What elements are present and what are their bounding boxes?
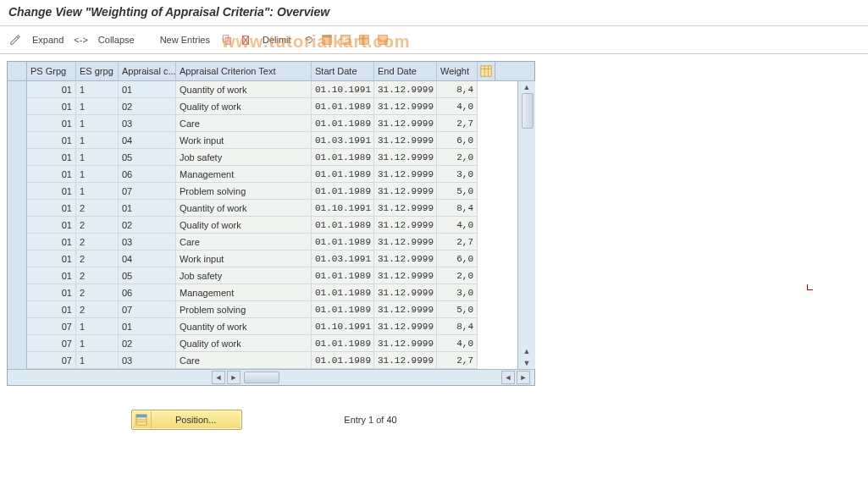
expand-button[interactable]: Expand <box>27 35 69 45</box>
cell-text[interactable]: Care <box>176 352 312 369</box>
hscroll-right2-icon[interactable]: ► <box>517 371 530 384</box>
cell-end[interactable]: 31.12.9999 <box>374 81 437 98</box>
scroll-down-icon[interactable]: ▼ <box>521 357 533 369</box>
cell-weight[interactable]: 4,0 <box>437 98 478 115</box>
cell-ac[interactable]: 03 <box>119 115 176 132</box>
cell-text[interactable]: Job safety <box>176 149 312 166</box>
cell-ac[interactable]: 05 <box>119 267 176 284</box>
cell-es[interactable]: 1 <box>76 183 119 200</box>
cell-ac[interactable]: 07 <box>119 301 176 318</box>
cell-start[interactable]: 01.01.1989 <box>312 115 374 132</box>
cell-es[interactable]: 2 <box>76 200 119 217</box>
cell-start[interactable]: 01.01.1989 <box>312 217 374 234</box>
cell-end[interactable]: 31.12.9999 <box>374 200 437 217</box>
cell-weight[interactable]: 3,0 <box>437 166 478 183</box>
cell-ac[interactable]: 07 <box>119 183 176 200</box>
row-selector[interactable] <box>8 352 27 369</box>
table-row[interactable]: 01205Job safety01.01.198931.12.99992,0 <box>8 267 517 284</box>
cell-es[interactable]: 2 <box>76 301 119 318</box>
cell-start[interactable]: 01.01.1989 <box>312 149 374 166</box>
cell-ps[interactable]: 01 <box>27 301 76 318</box>
table-row[interactable]: 01201Quantity of work01.10.199131.12.999… <box>8 200 517 217</box>
cell-end[interactable]: 31.12.9999 <box>374 166 437 183</box>
cell-end[interactable]: 31.12.9999 <box>374 149 437 166</box>
cell-es[interactable]: 1 <box>76 352 119 369</box>
cell-weight[interactable]: 6,0 <box>437 250 478 267</box>
position-button[interactable]: Position... <box>131 410 242 430</box>
table-row[interactable]: 01206Management01.01.198931.12.99993,0 <box>8 284 517 301</box>
cell-start[interactable]: 01.10.1991 <box>312 200 374 217</box>
cell-ps[interactable]: 01 <box>27 98 76 115</box>
customize-icon[interactable] <box>8 33 22 47</box>
table-row[interactable]: 01102Quality of work01.01.198931.12.9999… <box>8 98 517 115</box>
cell-end[interactable]: 31.12.9999 <box>374 352 437 369</box>
print-icon[interactable] <box>376 33 390 47</box>
cell-es[interactable]: 2 <box>76 234 119 250</box>
cell-weight[interactable]: 2,7 <box>437 234 478 250</box>
cell-start[interactable]: 01.03.1991 <box>312 132 374 149</box>
collapse-button[interactable]: Collapse <box>93 35 140 45</box>
cell-es[interactable]: 2 <box>76 284 119 301</box>
row-selector[interactable] <box>8 217 27 234</box>
col-weight[interactable]: Weight <box>437 62 478 80</box>
scroll-up-icon[interactable]: ▲ <box>521 81 533 93</box>
cell-ac[interactable]: 03 <box>119 234 176 250</box>
hscroll-right1-icon[interactable]: ► <box>227 371 240 384</box>
cell-text[interactable]: Care <box>176 115 312 132</box>
cell-end[interactable]: 31.12.9999 <box>374 267 437 284</box>
table-row[interactable]: 07102Quality of work01.01.198931.12.9999… <box>8 335 517 352</box>
cell-es[interactable]: 1 <box>76 132 119 149</box>
cell-ac[interactable]: 02 <box>119 217 176 234</box>
cell-weight[interactable]: 8,4 <box>437 200 478 217</box>
cell-text[interactable]: Quantity of work <box>176 318 312 335</box>
cell-start[interactable]: 01.01.1989 <box>312 301 374 318</box>
cell-ps[interactable]: 01 <box>27 234 76 250</box>
cell-es[interactable]: 2 <box>76 267 119 284</box>
cell-ac[interactable]: 01 <box>119 81 176 98</box>
row-selector[interactable] <box>8 81 27 98</box>
cell-ac[interactable]: 04 <box>119 132 176 149</box>
table-row[interactable]: 01107Problem solving01.01.198931.12.9999… <box>8 183 517 200</box>
horizontal-scrollbar[interactable]: ◄ ► ◄ ► <box>8 369 534 385</box>
table-row[interactable]: 01103Care01.01.198931.12.99992,7 <box>8 115 517 132</box>
table-row[interactable]: 01101Quantity of work01.10.199131.12.999… <box>8 81 517 98</box>
cell-ps[interactable]: 07 <box>27 352 76 369</box>
cell-es[interactable]: 1 <box>76 149 119 166</box>
table-row[interactable]: 01106Management01.01.198931.12.99993,0 <box>8 166 517 183</box>
copy-icon[interactable] <box>220 33 234 47</box>
cell-end[interactable]: 31.12.9999 <box>374 318 437 335</box>
delimit-button[interactable]: Delimit <box>257 35 296 45</box>
cell-start[interactable]: 01.01.1989 <box>312 98 374 115</box>
cell-es[interactable]: 1 <box>76 81 119 98</box>
cell-ps[interactable]: 07 <box>27 318 76 335</box>
cell-ps[interactable]: 01 <box>27 250 76 267</box>
row-selector[interactable] <box>8 335 27 352</box>
cell-ps[interactable]: 01 <box>27 217 76 234</box>
cell-weight[interactable]: 4,0 <box>437 335 478 352</box>
delete-icon[interactable] <box>239 33 252 47</box>
cell-start[interactable]: 01.10.1991 <box>312 318 374 335</box>
cell-end[interactable]: 31.12.9999 <box>374 301 437 318</box>
cell-text[interactable]: Problem solving <box>176 183 312 200</box>
table-row[interactable]: 01207Problem solving01.01.198931.12.9999… <box>8 301 517 318</box>
cell-ps[interactable]: 01 <box>27 166 76 183</box>
cell-text[interactable]: Quantity of work <box>176 81 312 98</box>
cell-start[interactable]: 01.01.1989 <box>312 267 374 284</box>
cell-end[interactable]: 31.12.9999 <box>374 335 437 352</box>
cell-ps[interactable]: 01 <box>27 267 76 284</box>
cell-es[interactable]: 1 <box>76 115 119 132</box>
cell-text[interactable]: Quality of work <box>176 217 312 234</box>
cell-end[interactable]: 31.12.9999 <box>374 234 437 250</box>
row-selector[interactable] <box>8 98 27 115</box>
cell-weight[interactable]: 4,0 <box>437 217 478 234</box>
table-row[interactable]: 01104Work input01.03.199131.12.99996,0 <box>8 132 517 149</box>
cell-start[interactable]: 01.10.1991 <box>312 81 374 98</box>
cell-end[interactable]: 31.12.9999 <box>374 115 437 132</box>
cell-weight[interactable]: 6,0 <box>437 132 478 149</box>
row-selector[interactable] <box>8 234 27 250</box>
row-selector-header[interactable] <box>8 62 27 80</box>
cell-ps[interactable]: 01 <box>27 200 76 217</box>
cell-weight[interactable]: 2,0 <box>437 149 478 166</box>
cell-ps[interactable]: 01 <box>27 284 76 301</box>
undo-icon[interactable] <box>301 33 315 47</box>
